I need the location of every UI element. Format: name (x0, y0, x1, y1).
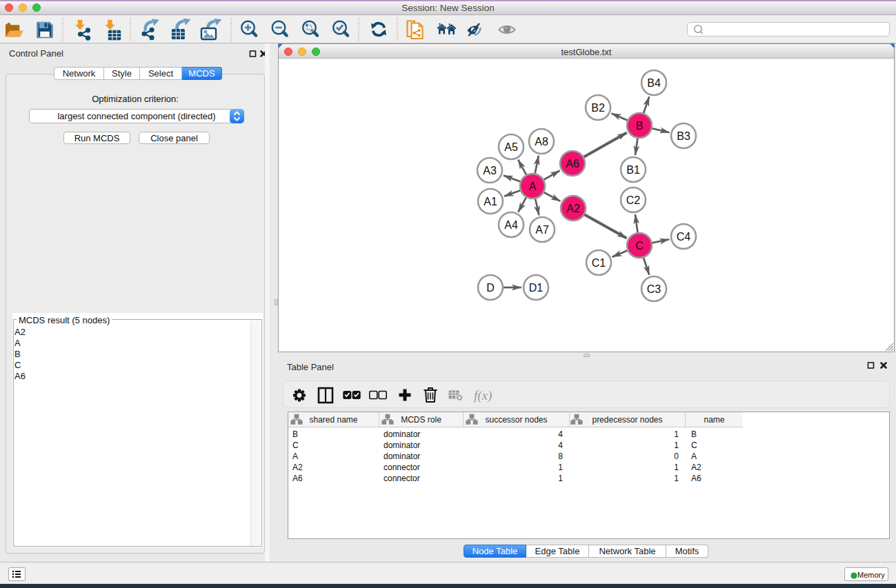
svg-text:f(x): f(x) (474, 388, 492, 403)
